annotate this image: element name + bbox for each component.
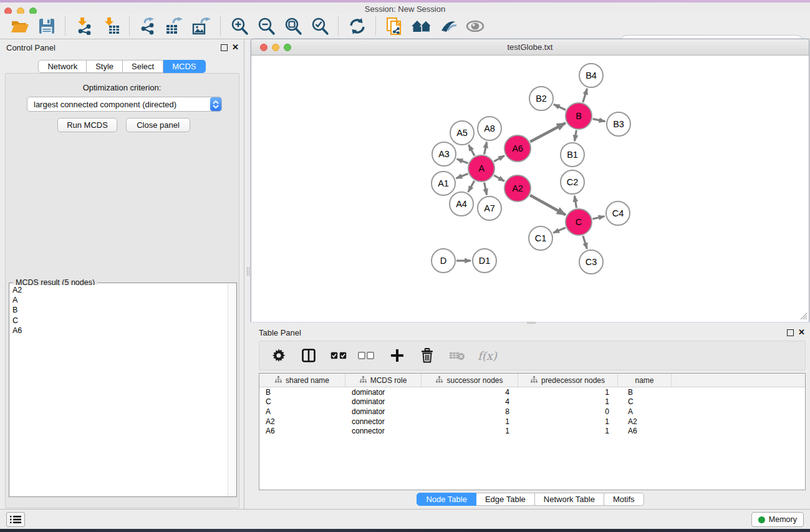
close-panel-icon[interactable]: ✕ xyxy=(798,328,805,337)
graph-node-a8[interactable]: A8 xyxy=(477,116,502,141)
network-canvas[interactable]: B4B2BB3A8A5A6A3B1AC2A1A2A4A7C4CC1DD1C3 xyxy=(251,56,809,322)
result-item-b[interactable]: B xyxy=(12,305,227,315)
column-header-shared-name[interactable]: shared name xyxy=(259,374,345,387)
tab-node-table[interactable]: Node Table xyxy=(417,493,476,506)
result-item-a2[interactable]: A2 xyxy=(12,285,227,295)
tab-network-table[interactable]: Network Table xyxy=(535,493,604,506)
tab-style[interactable]: Style xyxy=(87,60,123,73)
deselect-all-columns-icon[interactable] xyxy=(358,352,374,359)
float-panel-icon[interactable] xyxy=(221,44,228,51)
graph-node-d1[interactable]: D1 xyxy=(472,248,497,273)
graph-node-a7[interactable]: A7 xyxy=(477,196,502,221)
task-history-button[interactable] xyxy=(6,512,25,527)
delete-table-icon[interactable] xyxy=(449,351,465,360)
graph-edge-A-A4[interactable] xyxy=(468,181,475,192)
run-mcds-button[interactable]: Run MCDS xyxy=(57,118,117,132)
graph-node-b3[interactable]: B3 xyxy=(606,112,631,137)
table-row-b[interactable]: Bdominator41B xyxy=(259,387,805,397)
clone-network-icon[interactable] xyxy=(381,15,408,37)
import-network-icon[interactable] xyxy=(70,15,97,37)
table-row-a2[interactable]: A2connector11A2 xyxy=(259,417,805,427)
graph-edge-A-A2[interactable] xyxy=(494,175,504,181)
column-header-successor-nodes[interactable]: successor nodes xyxy=(422,374,518,387)
graph-node-c4[interactable]: C4 xyxy=(605,201,630,226)
close-panel-button[interactable]: Close panel xyxy=(126,118,190,132)
optimization-criterion-dropdown[interactable]: largest connected component (directed) xyxy=(27,97,222,112)
show-graphics-icon[interactable] xyxy=(461,15,488,37)
zoom-selected-icon[interactable] xyxy=(306,15,333,37)
float-panel-icon[interactable] xyxy=(787,329,794,336)
graph-node-a6[interactable]: A6 xyxy=(504,135,531,162)
graph-node-a3[interactable]: A3 xyxy=(432,142,456,167)
export-table-icon[interactable] xyxy=(162,15,188,37)
result-list-scrollbar[interactable] xyxy=(228,283,236,496)
graph-edge-A-A6[interactable] xyxy=(494,156,504,162)
graph-edge-A-A3[interactable] xyxy=(457,159,468,163)
graph-node-d[interactable]: D xyxy=(431,248,456,273)
result-item-c[interactable]: C xyxy=(12,316,227,326)
zoom-out-icon[interactable] xyxy=(253,15,279,37)
graph-node-b2[interactable]: B2 xyxy=(529,86,554,111)
result-item-a[interactable]: A xyxy=(12,295,227,305)
open-session-icon[interactable] xyxy=(6,15,33,37)
tab-edge-table[interactable]: Edge Table xyxy=(476,493,535,506)
tab-motifs[interactable]: Motifs xyxy=(604,493,644,506)
column-header-predecessor-nodes[interactable]: predecessor nodes xyxy=(518,374,618,387)
graph-node-a[interactable]: A xyxy=(468,155,495,182)
home-view-icon[interactable] xyxy=(408,15,435,37)
graph-node-b4[interactable]: B4 xyxy=(579,63,604,88)
tab-mcds[interactable]: MCDS xyxy=(163,60,205,73)
graph-edge-A-A7[interactable] xyxy=(485,183,487,195)
delete-column-trash-icon[interactable] xyxy=(419,348,435,363)
graph-node-c2[interactable]: C2 xyxy=(560,170,585,195)
vertical-splitter-handle[interactable] xyxy=(247,267,249,276)
table-row-a[interactable]: Adominator80A xyxy=(259,407,805,417)
graph-node-c[interactable]: C xyxy=(565,208,592,236)
memory-button[interactable]: Memory xyxy=(751,512,804,527)
import-table-icon[interactable] xyxy=(97,15,124,37)
graph-edge-B-B1[interactable] xyxy=(575,130,577,142)
graph-edge-A6-B[interactable] xyxy=(530,123,565,142)
refresh-layout-icon[interactable] xyxy=(344,15,370,37)
graph-edge-A-A8[interactable] xyxy=(485,142,487,155)
graph-edge-B-B3[interactable] xyxy=(593,119,605,122)
graph-edge-C-C2[interactable] xyxy=(574,196,576,208)
graph-node-b1[interactable]: B1 xyxy=(560,142,585,167)
hide-graphics-icon[interactable] xyxy=(435,15,461,37)
zoom-fit-icon[interactable] xyxy=(279,15,306,37)
window-resize-grip[interactable] xyxy=(799,312,808,320)
graph-edge-C-C3[interactable] xyxy=(583,236,587,249)
graph-node-b[interactable]: B xyxy=(565,102,592,130)
select-all-columns-icon[interactable] xyxy=(330,352,347,359)
graph-edge-B-B2[interactable] xyxy=(554,104,566,110)
tab-network[interactable]: Network xyxy=(38,60,87,73)
export-network-icon[interactable] xyxy=(135,15,162,37)
graph-node-a2[interactable]: A2 xyxy=(504,175,531,202)
column-header-mcds-role[interactable]: MCDS role xyxy=(345,374,422,387)
table-settings-gear-icon[interactable] xyxy=(271,349,287,362)
graph-node-c3[interactable]: C3 xyxy=(579,249,604,274)
graph-edge-A-A1[interactable] xyxy=(456,173,468,178)
graph-node-a1[interactable]: A1 xyxy=(431,171,456,196)
horizontal-splitter-handle[interactable] xyxy=(527,322,536,324)
graph-edge-A2-C[interactable] xyxy=(530,195,566,215)
graph-edge-A-A5[interactable] xyxy=(469,145,475,155)
graph-edge-C-C4[interactable] xyxy=(592,216,604,219)
column-view-icon[interactable] xyxy=(301,349,317,362)
graph-node-c1[interactable]: C1 xyxy=(528,226,553,251)
save-session-icon[interactable] xyxy=(33,15,60,37)
close-panel-icon[interactable]: ✕ xyxy=(232,43,239,52)
table-row-a6[interactable]: A6connector11A6 xyxy=(259,426,805,436)
graph-node-a4[interactable]: A4 xyxy=(449,191,474,216)
export-image-icon[interactable] xyxy=(188,15,215,37)
column-header-name[interactable]: name xyxy=(618,374,672,387)
result-item-a6[interactable]: A6 xyxy=(12,326,227,336)
network-window-titlebar[interactable]: testGlobe.txt xyxy=(251,39,809,56)
function-builder-icon[interactable]: f(x) xyxy=(478,349,497,362)
zoom-in-icon[interactable] xyxy=(226,15,253,37)
add-column-icon[interactable] xyxy=(389,349,405,362)
graph-node-a5[interactable]: A5 xyxy=(450,120,475,145)
table-row-c[interactable]: Cdominator41C xyxy=(259,397,805,407)
graph-edge-B-B4[interactable] xyxy=(583,89,587,102)
tab-select[interactable]: Select xyxy=(123,60,163,73)
